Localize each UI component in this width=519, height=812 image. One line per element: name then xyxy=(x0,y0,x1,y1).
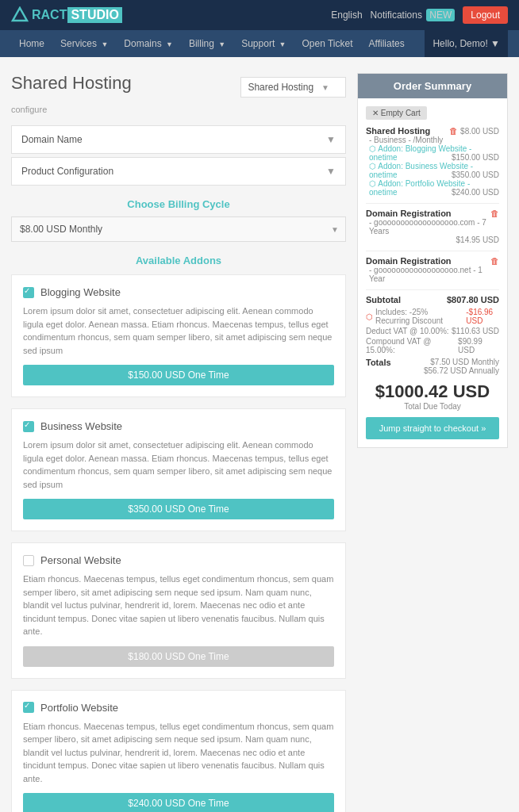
shared-hosting-trash-icon[interactable]: 🗑 xyxy=(449,126,458,136)
page-title: Shared Hosting xyxy=(11,73,132,94)
order-business-line: - Business - /Monthly xyxy=(366,136,499,144)
right-panel: Order Summary ✕ Empty Cart Shared Hostin… xyxy=(357,73,508,812)
order-addon-business-price: $350.00 USD xyxy=(452,170,499,179)
addon-blogging-desc: Lorem ipsum dolor sit amet, consectetuer… xyxy=(23,304,334,357)
total-due-amount: $1000.42 USD xyxy=(366,381,499,402)
product-dropdown-arrow: ▼ xyxy=(321,83,329,92)
subtotal-label: Subtotal xyxy=(366,295,401,304)
site-header: RACTSTUDIO English Notifications NEW Log… xyxy=(0,0,519,30)
order-divider-1 xyxy=(366,203,499,204)
order-divider-2 xyxy=(366,251,499,251)
addon-portfolio-header: Portfolio Website xyxy=(23,702,334,714)
addon-business-title: Business Website xyxy=(40,420,122,432)
billing-select[interactable]: $8.00 USD Monthly ▼ xyxy=(11,216,346,242)
empty-cart-button[interactable]: ✕ Empty Cart xyxy=(366,106,427,120)
order-totals-row: Totals $7.50 USD Monthly $56.72 USD Annu… xyxy=(366,358,499,375)
main-container: Shared Hosting Shared Hosting ▼ configur… xyxy=(0,57,519,812)
totals-monthly: $7.50 USD Monthly xyxy=(424,358,499,366)
nav-home[interactable]: Home xyxy=(11,30,52,57)
order-domain-reg-1-section: Domain Registration 🗑 - gooooooooooooooo… xyxy=(366,209,499,244)
order-addon-portfolio-price: $240.00 USD xyxy=(452,188,499,197)
svg-marker-0 xyxy=(13,8,27,21)
domains-dropdown-arrow: ▼ xyxy=(166,40,173,48)
order-domain-reg-1-line: - goooooooooooooooooo.com - 7 Years xyxy=(366,218,499,236)
vat1-label: Deduct VAT @ 10.00%: xyxy=(366,327,449,335)
totals-values: $7.50 USD Monthly $56.72 USD Annually xyxy=(424,358,499,375)
domain-reg-2-trash-icon[interactable]: 🗑 xyxy=(490,256,499,266)
addon-business-price: $350.00 USD One Time xyxy=(23,499,334,519)
order-addon-blogging: ⬡ Addon: Blogging Website - onetime $150… xyxy=(366,144,499,162)
order-vat1-row: Deduct VAT @ 10.00%: $110.63 USD xyxy=(366,327,499,335)
billing-cycle-title: Choose Billing Cycle xyxy=(11,198,346,210)
addon-portfolio-title: Portfolio Website xyxy=(40,702,118,714)
product-selector[interactable]: Shared Hosting ▼ xyxy=(240,77,346,98)
order-summary-box: Order Summary ✕ Empty Cart Shared Hostin… xyxy=(357,73,508,448)
domain-name-header[interactable]: Domain Name ▼ xyxy=(12,126,345,153)
billing-dropdown-arrow: ▼ xyxy=(218,40,225,48)
addon-portfolio-desc: Etiam rhoncus. Maecenas tempus, tellus e… xyxy=(23,720,334,786)
header-right: English Notifications NEW Logout xyxy=(331,6,508,24)
order-domain-reg-2-line: - goooooooooooooooooo.net - 1 Year xyxy=(366,266,499,283)
order-shared-hosting-label: Shared Hosting xyxy=(366,126,430,136)
configure-label: configure xyxy=(11,105,346,114)
addon-blogging-price: $150.00 USD One Time xyxy=(23,365,334,385)
language-selector[interactable]: English xyxy=(331,10,362,21)
nav-support[interactable]: Support ▼ xyxy=(233,30,294,57)
services-dropdown-arrow: ▼ xyxy=(101,40,108,48)
order-discount-row: ⬡ Includes: -25% Recurring Discount -$16… xyxy=(366,308,499,325)
addon-business: Business Website Lorem ipsum dolor sit a… xyxy=(11,408,346,531)
addon-business-checkbox[interactable] xyxy=(23,421,34,432)
logo-studio: STUDIO xyxy=(67,7,121,23)
addon-business-desc: Lorem ipsum dolor sit amet, consectetuer… xyxy=(23,439,334,491)
logo-ract: RACT xyxy=(32,8,67,22)
order-addon-portfolio: ⬡ Addon: Portfolio Website - onetime $24… xyxy=(366,179,499,197)
logout-button[interactable]: Logout xyxy=(463,6,508,24)
nav-affiliates[interactable]: Affiliates xyxy=(361,30,413,57)
vat1-value: $110.63 USD xyxy=(452,327,499,335)
notifications-link[interactable]: Notifications NEW xyxy=(371,10,456,21)
domain-name-arrow: ▼ xyxy=(326,134,336,145)
title-row: Shared Hosting Shared Hosting ▼ xyxy=(11,73,346,102)
nav-domains[interactable]: Domains ▼ xyxy=(116,30,181,57)
product-config-accordion[interactable]: Product Configuration ▼ xyxy=(11,157,346,186)
domain-name-accordion[interactable]: Domain Name ▼ xyxy=(11,125,346,154)
notif-badge: NEW xyxy=(426,9,455,21)
discount-value: -$16.96 USD xyxy=(466,308,499,325)
order-divider-3 xyxy=(366,289,499,290)
addon-personal-header: Personal Website xyxy=(23,554,334,566)
subtotal-value: $807.80 USD xyxy=(447,295,499,304)
addons-title: Available Addons xyxy=(11,255,346,266)
nav-services[interactable]: Services ▼ xyxy=(52,30,116,57)
order-shared-hosting-section: Shared Hosting 🗑 $8.00 USD - Business - … xyxy=(366,126,499,197)
order-subtotal-row: Subtotal $807.80 USD xyxy=(366,295,499,304)
domain-reg-1-trash-icon[interactable]: 🗑 xyxy=(490,209,499,218)
addon-blogging-header: Blogging Website xyxy=(23,286,334,298)
addon-personal-checkbox[interactable] xyxy=(23,555,34,566)
discount-icon: ⬡ xyxy=(366,312,373,321)
order-domain-reg-1-price: $14.95 USD xyxy=(366,236,499,244)
nav-billing[interactable]: Billing ▼ xyxy=(181,30,233,57)
hello-user[interactable]: Hello, Demo! ▼ xyxy=(425,30,508,57)
checkout-button[interactable]: Jump straight to checkout » xyxy=(366,417,499,439)
addon-portfolio-checkbox[interactable] xyxy=(23,702,34,713)
addon-personal: Personal Website Etiam rhoncus. Maecenas… xyxy=(11,542,346,679)
vat2-label: Compound VAT @ 15.00%: xyxy=(366,337,458,354)
order-summary-header: Order Summary xyxy=(358,74,507,98)
logo: RACTSTUDIO xyxy=(11,6,122,24)
addon-blogging-checkbox[interactable] xyxy=(23,287,34,298)
product-config-label: Product Configuration xyxy=(21,166,113,177)
order-domain-reg-2-section: Domain Registration 🗑 - gooooooooooooooo… xyxy=(366,256,499,283)
logo-icon xyxy=(11,6,29,24)
main-nav: Home Services ▼ Domains ▼ Billing ▼ Supp… xyxy=(0,30,519,57)
billing-option-text: $8.00 USD Monthly xyxy=(20,224,102,235)
product-config-header[interactable]: Product Configuration ▼ xyxy=(12,158,345,185)
order-addon-business: ⬡ Addon: Business Website - onetime $350… xyxy=(366,162,499,179)
addon-blogging: Blogging Website Lorem ipsum dolor sit a… xyxy=(11,274,346,397)
addon-portfolio: Portfolio Website Etiam rhoncus. Maecena… xyxy=(11,690,346,813)
order-vat2-row: Compound VAT @ 15.00%: $90.99 USD xyxy=(366,337,499,354)
domain-name-label: Domain Name xyxy=(21,134,83,145)
totals-annually: $56.72 USD Annually xyxy=(424,366,499,375)
nav-hello[interactable]: Hello, Demo! ▼ xyxy=(425,38,508,49)
addon-personal-desc: Etiam rhoncus. Maecenas tempus, tellus e… xyxy=(23,573,334,638)
nav-open-ticket[interactable]: Open Ticket xyxy=(294,30,360,57)
